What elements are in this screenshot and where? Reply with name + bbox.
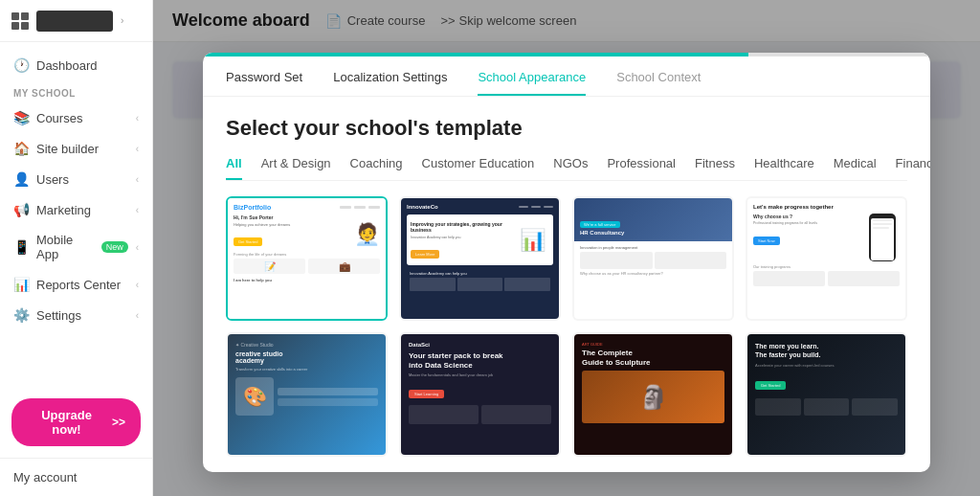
sidebar-item-label: Users	[36, 172, 69, 187]
template-card-5[interactable]: ✦ Creative Studio creative studioacademy…	[226, 332, 388, 457]
upgrade-button[interactable]: Upgrade now! >>	[11, 398, 141, 446]
site-builder-icon: 🏠	[13, 141, 29, 156]
template-card-4[interactable]: Let's make progress together Why choose …	[746, 196, 907, 321]
cat-tab-professional[interactable]: Professional	[607, 156, 676, 180]
sidebar-navigation: 🕐 Dashboard MY SCHOOL 📚 Courses ‹ 🏠 Site…	[0, 42, 152, 387]
sidebar-section-label: MY SCHOOL	[0, 80, 152, 102]
cat-tab-healthcare[interactable]: Healthcare	[754, 156, 814, 180]
tab-school-context[interactable]: School Context	[616, 70, 701, 96]
category-tabs: All Art & Design Coaching Customer Educa…	[226, 156, 907, 181]
template-card-6[interactable]: DataSci Your starter pack to breakinto D…	[399, 332, 561, 457]
sidebar-logo-area: ›	[0, 0, 152, 42]
template-card-7[interactable]: ART GUIDE The CompleteGuide to Sculpture…	[572, 332, 734, 457]
sidebar-item-label: Courses	[36, 111, 82, 125]
sidebar-item-dashboard[interactable]: 🕐 Dashboard	[0, 50, 152, 80]
sidebar-item-marketing[interactable]: 📢 Marketing ‹	[0, 194, 152, 225]
users-icon: 👤	[13, 171, 29, 187]
cat-tab-financial[interactable]: Financial	[896, 156, 930, 180]
logo-chevron: ›	[121, 15, 123, 26]
template-card-8[interactable]: The more you learn.The faster you build.…	[746, 332, 907, 457]
dashboard-icon: 🕐	[13, 57, 29, 73]
new-badge: New	[101, 241, 128, 253]
tab-password-set[interactable]: Password Set	[226, 70, 302, 96]
modal-title: Select your school's template	[226, 116, 907, 141]
modal-overlay: Password Set Localization Settings Schoo…	[153, 0, 980, 496]
main-content: Welcome aboard 📄 Create course >> Skip w…	[153, 0, 980, 496]
tab-localization[interactable]: Localization Settings	[333, 70, 447, 96]
cat-tab-medical[interactable]: Medical	[834, 156, 877, 180]
sidebar-item-label: Site builder	[36, 142, 99, 156]
sidebar-item-courses[interactable]: 📚 Courses ‹	[0, 102, 152, 133]
reports-icon: 📊	[13, 277, 29, 292]
sidebar-item-reports-center[interactable]: 📊 Reports Center ‹	[0, 269, 152, 300]
sidebar-item-label: Settings	[36, 308, 81, 323]
sidebar-item-users[interactable]: 👤 Users ‹	[0, 164, 152, 194]
school-logo	[36, 11, 113, 32]
sidebar-item-label: Mobile App	[36, 233, 90, 261]
template-selection-modal: Password Set Localization Settings Schoo…	[203, 53, 930, 472]
template-card-2[interactable]: InnovateCo Improving your strategies, gr…	[399, 196, 561, 321]
tab-school-appearance[interactable]: School Appearance	[478, 70, 586, 96]
sidebar-item-settings[interactable]: ⚙️ Settings ‹	[0, 300, 152, 330]
cat-tab-coaching[interactable]: Coaching	[350, 156, 403, 180]
modal-body: Select your school's template All Art & …	[203, 97, 930, 472]
settings-icon: ⚙️	[13, 307, 29, 323]
chevron-icon: ‹	[136, 174, 139, 185]
sidebar: › 🕐 Dashboard MY SCHOOL 📚 Courses ‹ 🏠 Si…	[0, 0, 153, 496]
sidebar-item-mobile-app[interactable]: 📱 Mobile App New ‹	[0, 225, 152, 269]
step-tabs: Password Set Localization Settings Schoo…	[203, 56, 930, 97]
grid-icon	[11, 12, 29, 30]
courses-icon: 📚	[13, 110, 29, 125]
marketing-icon: 📢	[13, 202, 29, 217]
chevron-icon: ‹	[136, 205, 139, 215]
upgrade-arrows-icon: >>	[112, 416, 125, 429]
sidebar-item-label: Dashboard	[36, 58, 98, 73]
mobile-app-icon: 📱	[13, 239, 29, 255]
cat-tab-art-design[interactable]: Art & Design	[261, 156, 331, 180]
chevron-icon: ‹	[136, 280, 139, 290]
template-card-1[interactable]: BizPortfolio Hi, I'm Sue Porter Helping …	[226, 196, 388, 321]
cat-tab-all[interactable]: All	[226, 156, 242, 180]
upgrade-label: Upgrade now!	[27, 408, 106, 437]
templates-grid: BizPortfolio Hi, I'm Sue Porter Helping …	[226, 196, 907, 457]
sidebar-item-site-builder[interactable]: 🏠 Site builder ‹	[0, 133, 152, 164]
template-card-3[interactable]: We're a full service HR Consultancy Inno…	[572, 196, 734, 321]
cat-tab-ngos[interactable]: NGOs	[553, 156, 588, 180]
chevron-icon: ‹	[136, 242, 139, 253]
chevron-icon: ‹	[136, 310, 139, 321]
my-account-label: My account	[13, 470, 77, 485]
cat-tab-customer-education[interactable]: Customer Education	[422, 156, 535, 180]
chevron-icon: ‹	[136, 144, 139, 154]
sidebar-item-label: Reports Center	[36, 278, 121, 292]
sidebar-item-label: Marketing	[36, 203, 91, 217]
chevron-icon: ‹	[136, 113, 139, 124]
cat-tab-fitness[interactable]: Fitness	[695, 156, 735, 180]
tmpl1-logo: BizPortfolio	[234, 204, 271, 211]
my-account-link[interactable]: My account	[0, 458, 152, 496]
